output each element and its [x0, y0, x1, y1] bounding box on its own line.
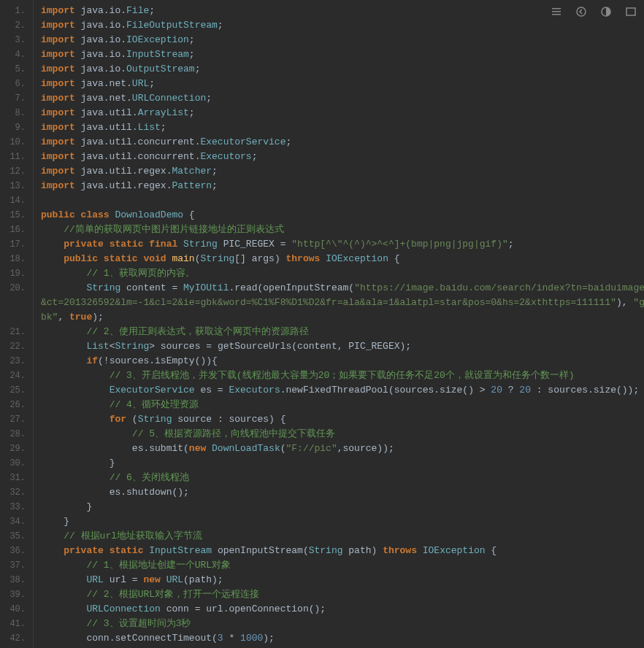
- line-number: 17.: [0, 237, 33, 252]
- line-number: 34.: [0, 514, 33, 529]
- line-number: 5.: [0, 62, 33, 77]
- code-line[interactable]: }: [41, 456, 644, 471]
- contrast-icon[interactable]: [600, 6, 612, 20]
- token-punct: {: [183, 209, 195, 220]
- token-var: conn.setConnectTimeout(: [86, 633, 217, 644]
- token-punct: ;: [212, 166, 218, 177]
- code-line[interactable]: // 2、根据URL对象，打开一个远程连接: [41, 587, 644, 602]
- line-number: 39.: [0, 587, 33, 602]
- code-editor[interactable]: 1.2.3.4.5.6.7.8.9.10.11.12.13.14.15.16.1…: [0, 0, 644, 648]
- code-area[interactable]: import java.io.File;import java.io.FileO…: [34, 0, 644, 648]
- line-number: 21.: [0, 325, 33, 339]
- token-pkg: java.util.: [81, 122, 138, 133]
- code-line[interactable]: [41, 193, 644, 208]
- code-line[interactable]: // 2、使用正则表达式，获取这个网页中的资源路径: [41, 325, 644, 339]
- token-punct: ;: [508, 239, 514, 250]
- line-number: 10.: [0, 135, 33, 150]
- token-throws: throws: [286, 253, 326, 264]
- token-punct: ;: [195, 63, 201, 74]
- line-number: 28.: [0, 427, 33, 441]
- code-line[interactable]: // 6、关闭线程池: [41, 471, 644, 485]
- line-number: 35.: [0, 529, 33, 544]
- code-line[interactable]: import java.util.concurrent.ExecutorServ…: [41, 135, 644, 150]
- code-line[interactable]: private static final String PIC_REGEX = …: [41, 237, 644, 252]
- code-line[interactable]: import java.io.FileOutputStream;: [41, 18, 644, 33]
- line-number: 14.: [0, 193, 33, 208]
- code-line[interactable]: // 根据url地址获取输入字节流: [41, 529, 644, 544]
- line-number: 41.: [0, 617, 33, 631]
- code-line[interactable]: if(!sources.isEmpty()){: [41, 354, 644, 369]
- list-icon[interactable]: [551, 6, 562, 20]
- code-line[interactable]: List<String> sources = getSourceUrls(con…: [41, 339, 644, 354]
- line-number: 36.: [0, 544, 33, 558]
- line-number: 11.: [0, 150, 33, 164]
- token-cls: String: [183, 239, 218, 250]
- code-line[interactable]: URLConnection conn = url.openConnection(…: [41, 602, 644, 617]
- token-punct: ;: [189, 34, 195, 45]
- code-line[interactable]: bk", true);: [41, 310, 644, 325]
- code-line[interactable]: // 5、根据资源路径，向线程池中提交下载任务: [41, 427, 644, 441]
- code-line[interactable]: import java.util.concurrent.Executors;: [41, 150, 644, 164]
- token-var: ,: [58, 312, 69, 323]
- code-line[interactable]: }: [41, 500, 644, 514]
- code-line[interactable]: import java.net.URL;: [41, 77, 644, 91]
- code-line[interactable]: // 3、设置超时间为3秒: [41, 617, 644, 631]
- line-number: 8.: [0, 106, 33, 120]
- code-line[interactable]: import java.util.ArrayList;: [41, 106, 644, 120]
- code-line[interactable]: import java.util.regex.Pattern;: [41, 179, 644, 193]
- line-number: 29.: [0, 441, 33, 456]
- code-line[interactable]: }: [41, 514, 644, 529]
- token-var: *: [223, 633, 240, 644]
- code-line[interactable]: for (String source : sources) {: [41, 412, 644, 427]
- token-cmt-cn: // 3、设置超时间为3秒: [86, 618, 191, 629]
- code-line[interactable]: ExecutorService es = Executors.newFixedT…: [41, 383, 644, 398]
- line-number: 20.: [0, 281, 33, 296]
- editor-toolbar: [551, 6, 637, 20]
- code-line[interactable]: es.shutdown();: [41, 485, 644, 500]
- code-line[interactable]: // 4、循环处理资源: [41, 398, 644, 412]
- code-line[interactable]: public class DownloadDemo {: [41, 208, 644, 223]
- token-cmt-cn: // 2、使用正则表达式，获取这个网页中的资源路径: [86, 326, 308, 337]
- token-pkg: java.util.: [81, 107, 138, 118]
- code-line[interactable]: // 1、获取网页的内容。: [41, 266, 644, 281]
- code-line[interactable]: es.submit(new DownLoadTask("F://pic",sou…: [41, 441, 644, 456]
- token-var: conn = url.openConnection();: [161, 603, 326, 614]
- code-line[interactable]: String content = MyIOUtil.read(openInput…: [41, 281, 644, 296]
- code-line[interactable]: import java.util.List;: [41, 120, 644, 135]
- token-punct: }: [110, 458, 115, 468]
- token-punct: ;: [206, 93, 212, 104]
- token-kw: true: [69, 312, 92, 323]
- code-line[interactable]: conn.setConnectTimeout(3 * 1000);: [41, 631, 644, 646]
- code-line[interactable]: import java.net.URLConnection;: [41, 91, 644, 106]
- code-line[interactable]: import java.io.OutputStream;: [41, 62, 644, 77]
- code-line[interactable]: // 1、根据地址创建一个URL对象: [41, 558, 644, 573]
- code-line[interactable]: URL url = new URL(path);: [41, 573, 644, 587]
- token-punct: (: [132, 414, 138, 425]
- back-icon[interactable]: [575, 6, 587, 20]
- code-line[interactable]: &ct=201326592&lm=-1&cl=2&ie=gbk&word=%C1…: [41, 296, 644, 310]
- token-str: "https://image.baidu.com/search/index?tn…: [354, 282, 644, 293]
- line-number: 42.: [0, 631, 33, 646]
- token-cls: ExecutorService: [110, 385, 195, 396]
- line-number: 1.: [0, 4, 33, 18]
- token-cls: URL: [166, 574, 183, 585]
- code-line[interactable]: // 3、开启线程池，并发下载(线程池最大容量为20；如果要下载的任务不足20个…: [41, 369, 644, 383]
- code-line[interactable]: public static void main(String[] args) t…: [41, 252, 644, 266]
- fullscreen-icon[interactable]: [625, 6, 637, 20]
- token-cmt-cn: // 6、关闭线程池: [110, 472, 189, 483]
- code-line[interactable]: private static InputStream openInputStre…: [41, 544, 644, 558]
- token-var: PIC_REGEX =: [218, 239, 291, 250]
- code-line[interactable]: import java.util.regex.Matcher;: [41, 164, 644, 179]
- token-cls: String: [115, 341, 149, 352]
- code-line[interactable]: import java.io.InputStream;: [41, 47, 644, 62]
- token-cls: IOException: [326, 253, 388, 264]
- code-line[interactable]: //简单的获取网页中图片图片链接地址的正则表达式: [41, 223, 644, 237]
- code-line[interactable]: import java.io.IOException;: [41, 33, 644, 47]
- token-punct: ;: [212, 180, 218, 191]
- token-var: [] args): [234, 253, 285, 264]
- svg-rect-2: [552, 14, 561, 15]
- token-var: (path);: [183, 574, 223, 585]
- token-kw: import: [41, 63, 81, 74]
- line-number: 24.: [0, 369, 33, 383]
- token-fn: main: [172, 253, 194, 264]
